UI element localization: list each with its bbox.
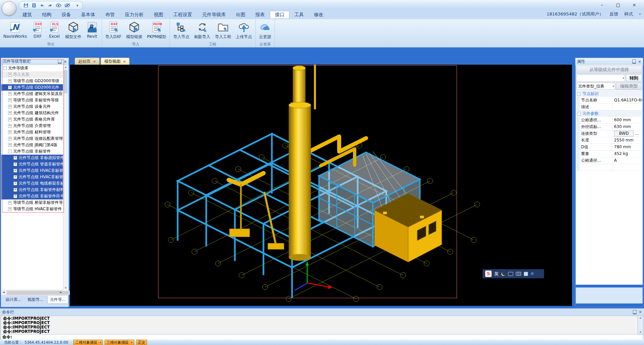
tree-item[interactable]: + 元件节点组 介质管理 [1,123,63,129]
tree-item[interactable]: + 元件节点组 非标虚拟管件 [1,155,63,161]
ribbon-tab[interactable]: 设备 [57,11,76,19]
tree-item[interactable]: + 导入关系 [1,71,63,78]
element-combobox[interactable]: ▾ [576,74,625,82]
expander-icon[interactable]: + [13,182,17,185]
property-row[interactable]: 公称通径...A [576,157,642,164]
close-icon[interactable]: × [638,60,641,63]
ortho-toggle[interactable]: 正交 [136,340,147,345]
expander-icon[interactable]: - [3,66,7,70]
property-row[interactable]: 描述 [576,104,642,111]
import-node-button[interactable]: 导入节点 [171,20,192,40]
ribbon-tab[interactable]: 元件等级库 [197,11,231,19]
scroll-down-icon[interactable]: ▼ [63,286,68,290]
style-caret-icon[interactable]: ▾ [639,12,641,16]
feedback-link[interactable]: 反馈 [609,11,618,17]
goto-button[interactable]: 转到 [626,74,642,82]
collapse-icon[interactable]: - [577,92,581,96]
tab-close-icon[interactable]: × [123,59,126,64]
expander-icon[interactable]: + [13,169,17,172]
tab-close-icon[interactable]: × [93,59,96,64]
hide-eye-icon[interactable] [64,3,70,8]
ribbon-tab[interactable]: 结构 [37,11,57,19]
expander-icon[interactable]: - [8,150,12,153]
property-value[interactable]: 630 mm [612,124,642,130]
expander-icon[interactable]: + [8,79,12,83]
minimize-button[interactable]: – [594,1,610,9]
property-value[interactable] [612,104,642,110]
emoji-picker-icon[interactable] [508,272,513,276]
model-viewport[interactable]: S 英 ⚙ [70,65,572,306]
close-button[interactable]: × [627,1,642,9]
property-value[interactable]: A [612,157,642,164]
maximize-button[interactable]: □ [610,1,626,9]
excel-export-button[interactable]: XLS Excel [46,20,63,39]
ribbon-tab[interactable]: 报表 [250,11,270,19]
upload-node-button[interactable]: 上传节点 [234,20,254,40]
tree-item[interactable]: + 元件节点组 非标管件材料 [1,187,63,193]
expander-icon[interactable]: + [13,156,17,160]
model-file-export-button[interactable]: 模型文件 [63,20,84,40]
expander-icon[interactable]: + [13,175,17,179]
import-project-button[interactable]: 导入工程 [213,20,234,40]
pin-icon[interactable] [633,310,637,314]
tree-item[interactable]: - 元件节点组 非标管件 [1,148,63,155]
scrollbar-thumb[interactable] [64,70,68,93]
tab-start-page[interactable]: 起始页 × [75,58,100,65]
scroll-left-icon[interactable]: ◄ [2,290,5,294]
left-panel-tab[interactable]: 元件等... [47,296,68,304]
save-icon[interactable] [23,3,29,8]
expander-icon[interactable]: + [8,73,12,76]
tree-item[interactable]: + 元件节点组 逻辑支吊架及应 [1,91,63,97]
expander-icon[interactable]: + [8,105,12,108]
tree-item[interactable]: + 元件节点组 设备元件 [1,103,63,110]
property-row[interactable]: 公称通径...600 mm [576,117,642,124]
ribbon-tab[interactable]: 应力分析 [120,11,149,19]
property-value[interactable]: 780 mm [612,144,642,150]
ribbon-tab[interactable]: 基本体 [76,11,100,19]
close-icon[interactable]: × [639,310,642,314]
input-method-bar[interactable]: S 英 ⚙ [482,269,544,278]
ribbon-tab[interactable]: 建筑 [17,11,37,19]
ribbon-tab[interactable]: 修改 [309,11,328,19]
settings-wrench-icon[interactable]: ⚙ [531,272,534,276]
command-scrollbar[interactable]: ▲ ▼ [638,316,643,334]
expander-icon[interactable]: + [8,98,12,102]
property-value[interactable]: 452 kg [612,151,642,157]
left-panel-tab[interactable]: 设计库... [3,296,24,304]
cloud-resource-button[interactable]: 云资源 [257,20,274,40]
tab-model-view[interactable]: 模型视图 × [101,58,130,65]
scroll-up-icon[interactable]: ▲ [638,316,643,319]
expander-icon[interactable]: + [8,207,12,211]
tree-item[interactable]: + 元件节点组 HVAC非标管 [1,174,63,180]
expander-icon[interactable]: + [8,130,12,134]
component-type-combobox[interactable]: 元件类型_仪表▾ [576,83,615,90]
expander-icon[interactable]: + [8,137,12,140]
tree-item[interactable]: + 元件节点组 表格元件库 [1,116,63,123]
close-icon[interactable]: × [64,60,67,63]
expander-icon[interactable]: + [8,111,12,115]
tree-item[interactable]: + 元件节点组 建筑结构元件 [1,110,63,116]
connection-type-button[interactable]: BWD [614,131,634,136]
redo-icon[interactable] [47,3,53,8]
property-value[interactable]: 2550 mm [612,137,642,144]
ribbon-tab[interactable]: 工具 [289,11,309,19]
sogou-logo-icon[interactable]: S [485,271,492,277]
collapse-icon[interactable]: - [577,112,581,116]
ribbon-tab[interactable]: 出图 [231,11,250,19]
scroll-up-icon[interactable]: ▲ [63,65,68,69]
snap-3d-toggle[interactable]: 三维对象捕捉 ▾ [105,340,134,345]
tree-item[interactable]: + 等级节点组 非标管件等级 [1,97,63,103]
scroll-right-icon[interactable]: ► [60,290,62,294]
property-value[interactable]: Q1.6A11FO-600A [612,97,642,103]
tree-item[interactable]: + 元件节点组 管道非标管件 [1,161,63,167]
ribbon-tab[interactable]: 接口 [270,11,289,19]
expander-icon[interactable]: + [13,162,17,166]
expander-icon[interactable]: + [8,124,12,128]
snap-2d-toggle[interactable]: 二维对象捕捉 ▾ [73,340,103,345]
keyboard-icon[interactable] [516,272,521,276]
expander-icon[interactable]: + [8,118,12,121]
property-row[interactable]: D值780 mm [576,144,642,151]
scroll-down-icon[interactable]: ▼ [638,331,643,334]
expander-icon[interactable]: + [8,201,12,205]
tree-item[interactable]: - 元件等级库 [1,65,63,71]
